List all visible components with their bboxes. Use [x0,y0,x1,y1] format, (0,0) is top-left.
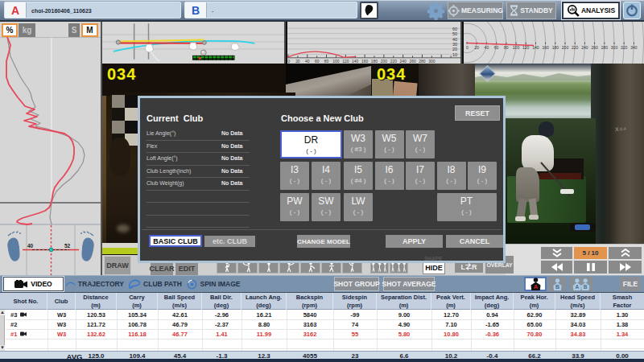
svg-text:320: 320 [621,45,628,50]
svg-text:60: 60 [494,45,499,50]
svg-text:20: 20 [474,45,479,50]
svg-text:0: 0 [466,45,469,50]
svg-text:A: A [533,283,538,290]
svg-text:280: 280 [601,45,609,50]
svg-text:300: 300 [611,45,618,50]
svg-text:40: 40 [485,45,489,50]
svg-text:B: B [555,283,559,289]
svg-text:B: B [584,283,588,289]
svg-text:100: 100 [513,45,520,50]
svg-text:10: 10 [452,52,457,57]
svg-text:52: 52 [64,243,71,249]
svg-text:340: 340 [630,45,638,50]
svg-text:180: 180 [552,45,559,50]
svg-text:30: 30 [452,42,457,47]
svg-text:40: 40 [27,243,34,249]
svg-text:80: 80 [504,45,509,50]
svg-text:60: 60 [452,27,457,31]
svg-text:A: A [575,283,579,289]
svg-text:160: 160 [542,45,549,50]
svg-text:40: 40 [452,37,457,42]
svg-text:220: 220 [572,45,579,50]
svg-text:260: 260 [591,45,598,50]
svg-text:200: 200 [562,45,569,50]
svg-text:240: 240 [581,45,588,50]
svg-text:20: 20 [452,47,457,51]
svg-text:50: 50 [452,31,457,36]
